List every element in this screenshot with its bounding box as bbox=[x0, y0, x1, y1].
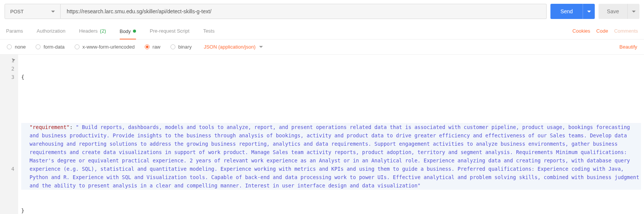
radio-raw[interactable]: raw bbox=[145, 44, 161, 50]
tab-prerequest[interactable]: Pre-request Script bbox=[150, 23, 189, 39]
tabs-left: Params Authorization Headers (2) Body Pr… bbox=[6, 23, 214, 39]
code-link[interactable]: Code bbox=[596, 28, 608, 34]
radio-icon bbox=[145, 44, 150, 49]
comments-link[interactable]: Comments bbox=[614, 28, 638, 34]
save-dropdown-button[interactable] bbox=[627, 4, 639, 19]
url-input[interactable]: https://research.larc.smu.edu.sg/skiller… bbox=[61, 4, 547, 19]
line-gutter: 1 2 3 4 bbox=[0, 55, 18, 214]
tab-body[interactable]: Body bbox=[120, 23, 136, 39]
active-dot-icon bbox=[133, 30, 136, 33]
radio-urlencoded[interactable]: x-www-form-urlencoded bbox=[75, 44, 135, 50]
code-line-4: } bbox=[21, 206, 641, 214]
content-type-label: JSON (application/json) bbox=[204, 44, 256, 50]
request-bar: POST https://research.larc.smu.edu.sg/sk… bbox=[0, 0, 644, 23]
chevron-down-icon bbox=[587, 11, 591, 13]
send-dropdown-button[interactable] bbox=[583, 4, 595, 19]
send-button[interactable]: Send bbox=[550, 4, 583, 19]
gutter-line: 3 bbox=[0, 73, 14, 81]
beautify-link[interactable]: Beautify bbox=[619, 44, 637, 50]
gutter-line: 4 bbox=[0, 81, 14, 173]
radio-icon bbox=[170, 44, 175, 49]
url-text: https://research.larc.smu.edu.sg/skiller… bbox=[67, 8, 211, 14]
tabs-right: Cookies Code Comments bbox=[572, 28, 638, 34]
radio-icon bbox=[36, 44, 41, 49]
radio-none[interactable]: none bbox=[7, 44, 26, 50]
tab-headers[interactable]: Headers (2) bbox=[79, 23, 106, 39]
radio-binary[interactable]: binary bbox=[170, 44, 192, 50]
send-group: Send bbox=[550, 4, 595, 19]
radio-icon bbox=[75, 44, 80, 49]
tab-tests[interactable]: Tests bbox=[203, 23, 214, 39]
body-type-row: none form-data x-www-form-urlencoded raw… bbox=[0, 39, 644, 55]
gutter-line: 2 bbox=[0, 65, 14, 73]
json-string-value: " Build reports, dashboards, models and … bbox=[30, 124, 642, 189]
chevron-down-icon bbox=[632, 11, 636, 13]
radio-form-data[interactable]: form-data bbox=[36, 44, 65, 50]
code-line-1: { bbox=[21, 73, 641, 81]
save-group: Save bbox=[599, 4, 639, 19]
request-tabs: Params Authorization Headers (2) Body Pr… bbox=[0, 23, 644, 39]
http-method-select[interactable]: POST bbox=[5, 4, 61, 19]
json-editor[interactable]: 1 2 3 4 { "requirement": " Build reports… bbox=[0, 55, 644, 214]
headers-count: (2) bbox=[100, 28, 106, 34]
tab-authorization[interactable]: Authorization bbox=[37, 23, 66, 39]
http-method-label: POST bbox=[10, 9, 23, 14]
radio-icon bbox=[7, 44, 12, 49]
tab-params[interactable]: Params bbox=[6, 23, 23, 39]
code-line-3: "requirement": " Build reports, dashboar… bbox=[21, 123, 641, 190]
chevron-down-icon bbox=[51, 11, 55, 13]
fold-icon[interactable] bbox=[12, 59, 15, 61]
code-line-2 bbox=[21, 98, 641, 106]
gutter-line: 1 bbox=[0, 56, 14, 65]
cookies-link[interactable]: Cookies bbox=[572, 28, 590, 34]
content-type-select[interactable]: JSON (application/json) bbox=[204, 44, 263, 50]
save-button[interactable]: Save bbox=[599, 4, 627, 19]
code-area[interactable]: { "requirement": " Build reports, dashbo… bbox=[18, 55, 644, 214]
json-key: "requirement" bbox=[30, 124, 70, 130]
chevron-down-icon bbox=[259, 46, 263, 48]
